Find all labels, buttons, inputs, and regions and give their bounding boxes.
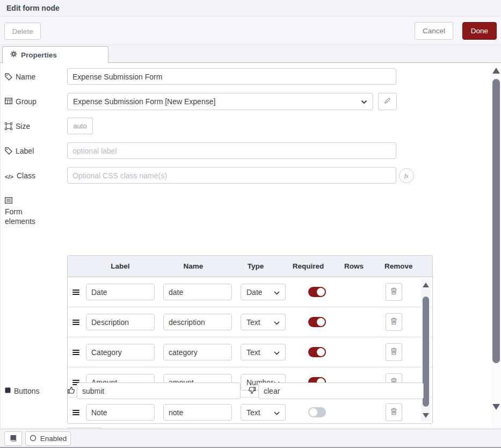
header-label: Label	[84, 262, 157, 270]
done-button[interactable]: Done	[462, 22, 497, 40]
remove-row-button[interactable]	[386, 283, 402, 301]
scroll-down-icon[interactable]	[423, 413, 429, 418]
scroll-up-icon[interactable]	[492, 68, 500, 74]
enabled-label: Enabled	[40, 435, 67, 443]
group-select-value: Expense Submission Form [New Expense]	[73, 97, 215, 106]
header-rows: Rows	[335, 262, 373, 270]
row-type-value: Text	[246, 348, 260, 357]
drag-handle-icon[interactable]	[72, 350, 79, 355]
buttons-label: Buttons	[5, 386, 61, 396]
row-name-input[interactable]	[163, 284, 232, 300]
dialog-header: Edit form node	[0, 0, 501, 17]
chevron-down-icon	[274, 318, 280, 327]
remove-row-button[interactable]	[386, 403, 402, 421]
element-row: Text	[68, 307, 432, 337]
row-type-select[interactable]: Text	[241, 404, 286, 421]
tab-properties[interactable]: Properties	[2, 46, 108, 63]
row-name-input[interactable]	[163, 404, 232, 421]
element-row: Date	[68, 277, 432, 307]
clear-button-input[interactable]	[258, 382, 424, 399]
properties-panel: Name Group Expense Submission Form [New …	[0, 63, 491, 429]
row-label-input[interactable]	[86, 284, 155, 300]
thumbs-down-icon	[248, 386, 256, 396]
trash-icon	[390, 348, 397, 357]
row-type-select[interactable]: Date	[241, 284, 286, 300]
fx-icon: fx	[404, 172, 409, 179]
edit-group-button[interactable]	[378, 93, 397, 110]
row-type-value: Date	[246, 288, 263, 297]
row-label-input[interactable]	[86, 314, 155, 330]
trash-icon	[390, 287, 397, 297]
chevron-down-icon	[274, 408, 280, 417]
header-required: Required	[281, 262, 335, 270]
buttons-row: Buttons	[1, 382, 492, 404]
header-name: Name	[157, 262, 230, 270]
delete-button[interactable]: Delete	[4, 23, 41, 40]
size-button[interactable]: auto	[67, 118, 93, 134]
name-label: Name	[5, 72, 61, 82]
row-name-input[interactable]	[163, 344, 232, 360]
dialog-title: Edit form node	[6, 4, 60, 12]
tag-icon	[5, 73, 12, 81]
required-toggle[interactable]	[308, 287, 326, 297]
remove-row-button[interactable]	[386, 343, 402, 361]
required-toggle[interactable]	[308, 347, 326, 357]
form-elements-label: Form elements	[5, 196, 53, 226]
submit-button-input[interactable]	[77, 382, 241, 399]
pencil-icon	[384, 97, 391, 106]
remove-row-button[interactable]	[386, 313, 402, 331]
table-icon	[5, 98, 12, 104]
label-label: Label	[5, 146, 61, 156]
cancel-button[interactable]: Cancel	[415, 22, 453, 40]
drag-handle-icon[interactable]	[72, 290, 79, 295]
size-label: Size	[5, 121, 61, 131]
label-input[interactable]	[67, 142, 396, 159]
group-select[interactable]: Expense Submission Form [New Expense]	[67, 93, 373, 110]
tab-properties-label: Properties	[21, 51, 57, 59]
header-remove: Remove	[373, 262, 432, 270]
class-input[interactable]	[67, 167, 396, 184]
trash-icon	[390, 408, 397, 417]
row-label-input[interactable]	[86, 404, 155, 421]
drag-handle-icon[interactable]	[72, 410, 79, 415]
docs-button[interactable]	[4, 431, 22, 446]
row-type-value: Text	[246, 318, 260, 327]
tag-icon	[5, 147, 12, 155]
thumbs-up-icon	[67, 386, 75, 396]
chevron-down-icon	[274, 288, 280, 297]
row-type-value: Text	[246, 408, 260, 417]
gear-icon	[10, 50, 17, 60]
row-label-input[interactable]	[86, 344, 155, 360]
group-label: Group	[5, 97, 61, 106]
enabled-toggle-button[interactable]: Enabled	[25, 431, 71, 446]
resize-icon	[5, 122, 12, 130]
main-scrollbar-thumb[interactable]	[492, 79, 500, 363]
class-row: </> Class fx	[1, 167, 492, 189]
dialog-footer: Enabled	[0, 429, 501, 448]
main-scrollbar[interactable]	[491, 63, 501, 429]
row-type-select[interactable]: Text	[241, 314, 286, 330]
tab-bar: Properties	[0, 45, 501, 63]
code-icon: </>	[5, 172, 13, 182]
element-row: Text	[68, 337, 432, 367]
env-var-button[interactable]: fx	[399, 168, 414, 183]
size-row: Size auto	[1, 118, 492, 139]
trash-icon	[390, 317, 397, 327]
status-circle-icon	[30, 435, 37, 443]
chevron-down-icon	[361, 97, 367, 106]
label-row: Label	[1, 142, 492, 164]
form-elements-row: Form elements	[1, 192, 492, 214]
drag-handle-icon[interactable]	[72, 320, 79, 325]
required-toggle[interactable]	[308, 317, 326, 327]
scroll-down-icon[interactable]	[492, 404, 500, 410]
row-name-input[interactable]	[163, 314, 232, 330]
name-row: Name	[1, 68, 492, 90]
book-icon	[9, 435, 17, 443]
square-icon	[5, 387, 11, 393]
required-toggle[interactable]	[308, 407, 326, 417]
name-input[interactable]	[67, 68, 396, 85]
group-row: Group Expense Submission Form [New Expen…	[1, 93, 492, 114]
row-type-select[interactable]: Text	[241, 344, 286, 360]
class-label: </> Class	[5, 171, 61, 182]
scroll-up-icon[interactable]	[423, 283, 429, 287]
